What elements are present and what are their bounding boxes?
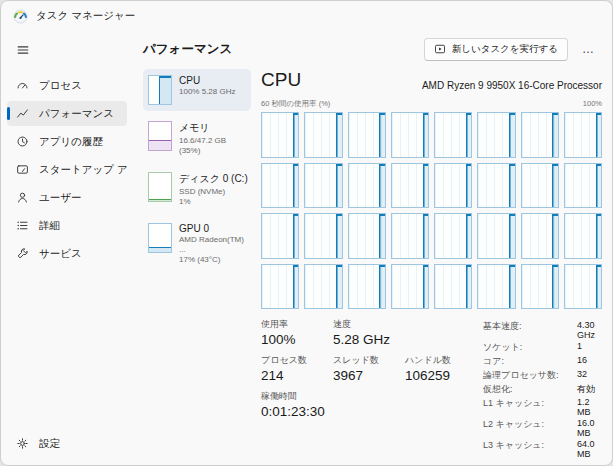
perf-card-memory[interactable]: メモリ 16.6/47.2 GB (35%)	[143, 115, 251, 162]
perf-card-detail: 100% 5.28 GHz	[179, 87, 235, 97]
cpu-core-chart	[261, 112, 299, 158]
cpu-core-chart	[564, 213, 602, 259]
titlebar: タスク マネージャー	[1, 1, 612, 31]
cpu-core-chart	[434, 264, 472, 310]
cpu-core-chart	[304, 264, 342, 310]
stat-value: 5.28 GHz	[333, 332, 390, 347]
info-label: ソケット:	[483, 341, 571, 354]
cpu-stats: 使用率 100% 速度 5.28 GHz プロセス数	[261, 309, 602, 459]
cpu-core-grid	[261, 112, 602, 309]
cpu-core-chart	[261, 213, 299, 259]
info-label: L3 キャッシュ:	[483, 439, 571, 459]
perf-card-title: GPU 0	[179, 223, 246, 234]
stat-value: 106259	[405, 368, 451, 383]
sidebar-item-label: アプリの履歴	[39, 135, 103, 149]
info-value: 有効	[577, 383, 602, 396]
nav-sidebar: プロセス パフォーマンス アプリの履歴	[1, 31, 133, 466]
startup-apps-icon	[15, 163, 29, 177]
cpu-core-chart	[521, 163, 559, 209]
cpu-core-chart	[348, 264, 386, 310]
perf-card-detail: 16.6/47.2 GB (35%)	[179, 136, 246, 156]
perf-card-title: メモリ	[179, 121, 246, 135]
cpu-core-chart	[348, 163, 386, 209]
cpu-core-chart	[304, 163, 342, 209]
performance-icon	[15, 107, 29, 121]
hamburger-menu-button[interactable]	[9, 37, 37, 63]
cpu-core-chart	[477, 264, 515, 310]
perf-card-gpu[interactable]: GPU 0 AMD Radeon(TM) ... 17% (43°C)	[143, 217, 251, 271]
sidebar-item-label: パフォーマンス	[39, 107, 114, 121]
info-value: 64.0 MB	[577, 439, 602, 459]
sidebar-item-users[interactable]: ユーザー	[7, 185, 127, 210]
page-title: パフォーマンス	[143, 41, 232, 58]
stat-label: ハンドル数	[405, 354, 451, 367]
performance-resource-list: CPU 100% 5.28 GHz メモリ 16.6/47.2 GB (35%)	[143, 69, 251, 459]
window-title: タスク マネージャー	[36, 9, 135, 23]
chart-max-label: 100%	[583, 99, 602, 109]
info-label: 基本速度:	[483, 320, 571, 340]
cpu-core-chart	[477, 163, 515, 209]
run-task-icon	[434, 43, 446, 55]
stat-value: 214	[261, 368, 327, 383]
perf-card-cpu[interactable]: CPU 100% 5.28 GHz	[143, 69, 251, 111]
info-label: 論理プロセッサ数:	[483, 369, 571, 382]
info-value: 16.0 MB	[577, 418, 602, 438]
cpu-core-chart	[521, 264, 559, 310]
cpu-core-chart	[391, 112, 429, 158]
cpu-detail-panel: CPU AMD Ryzen 9 9950X 16-Core Processor …	[261, 69, 602, 459]
perf-card-detail: SSD (NVMe)	[179, 187, 246, 197]
info-label: コア:	[483, 355, 571, 368]
sidebar-item-startup-apps[interactable]: スタートアップ アプリ	[7, 157, 127, 182]
sidebar-item-services[interactable]: サービス	[7, 241, 127, 266]
perf-card-detail2: 17% (43°C)	[179, 255, 246, 265]
cpu-mini-chart	[148, 75, 172, 105]
processes-icon	[15, 79, 29, 93]
cpu-processor-name: AMD Ryzen 9 9950X 16-Core Processor	[422, 80, 602, 91]
perf-card-disk[interactable]: ディスク 0 (C:) SSD (NVMe) 1%	[143, 166, 251, 213]
sidebar-item-details[interactable]: 詳細	[7, 213, 127, 238]
sidebar-item-label: プロセス	[39, 79, 82, 93]
sidebar-item-label: サービス	[39, 247, 82, 261]
cpu-core-chart	[434, 112, 472, 158]
stat-value: 3967	[333, 368, 399, 383]
cpu-stats-primary: 使用率 100% 速度 5.28 GHz プロセス数	[261, 318, 457, 459]
info-label: 仮想化:	[483, 383, 571, 396]
page-header: パフォーマンス 新しいタスクを実行する …	[133, 31, 612, 67]
cpu-core-chart	[477, 112, 515, 158]
info-value: 16	[577, 355, 602, 368]
perf-card-title: ディスク 0 (C:)	[179, 172, 246, 186]
sidebar-item-label: 設定	[39, 437, 60, 451]
memory-mini-chart	[148, 121, 172, 151]
task-manager-window: タスク マネージャー プロセス	[0, 0, 613, 466]
cpu-core-chart	[348, 112, 386, 158]
cpu-core-chart	[564, 264, 602, 310]
sidebar-item-app-history[interactable]: アプリの履歴	[7, 129, 127, 154]
more-options-button[interactable]: …	[576, 38, 600, 60]
cpu-core-chart	[521, 213, 559, 259]
disk-mini-chart	[148, 172, 172, 202]
cpu-core-chart	[304, 112, 342, 158]
cpu-core-chart	[521, 112, 559, 158]
gpu-mini-chart	[148, 223, 172, 253]
stat-label: 速度	[333, 318, 390, 331]
cpu-core-chart	[304, 213, 342, 259]
sidebar-item-settings[interactable]: 設定	[7, 431, 127, 456]
stat-value: 100%	[261, 332, 327, 347]
main-content: パフォーマンス 新しいタスクを実行する …	[133, 31, 612, 466]
cpu-core-chart	[348, 213, 386, 259]
cpu-core-chart	[564, 163, 602, 209]
run-new-task-button[interactable]: 新しいタスクを実行する	[424, 38, 568, 61]
stat-label: スレッド数	[333, 354, 399, 367]
perf-card-title: CPU	[179, 75, 235, 86]
cpu-core-chart	[391, 163, 429, 209]
users-icon	[15, 191, 29, 205]
gear-icon	[15, 437, 29, 451]
sidebar-item-processes[interactable]: プロセス	[7, 73, 127, 98]
sidebar-item-label: 詳細	[39, 219, 60, 233]
app-history-icon	[15, 135, 29, 149]
run-task-label: 新しいタスクを実行する	[452, 43, 558, 56]
sidebar-item-performance[interactable]: パフォーマンス	[7, 101, 127, 126]
perf-card-detail2: 1%	[179, 197, 246, 207]
stat-label: 使用率	[261, 318, 327, 331]
cpu-core-chart	[434, 213, 472, 259]
